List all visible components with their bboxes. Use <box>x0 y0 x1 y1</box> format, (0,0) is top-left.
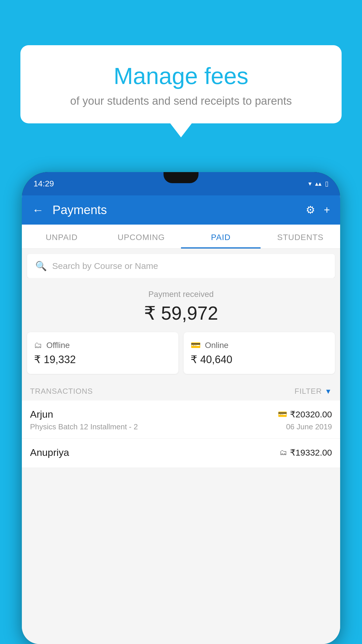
bubble-title: Manage fees <box>35 63 327 90</box>
online-card-type: Online <box>205 341 229 350</box>
transaction-item-anupriya[interactable]: Anupriya 🗂 ₹19332.00 <box>22 439 340 468</box>
transaction-item-arjun[interactable]: Arjun 💳 ₹20320.00 Physics Batch 12 Insta… <box>22 400 340 439</box>
screen-content: 🔍 Search by Course or Name Payment recei… <box>22 249 340 644</box>
back-button[interactable]: ← <box>32 204 44 217</box>
amount-row: 💳 ₹20320.00 <box>278 409 332 419</box>
payment-received-section: Payment received ₹ 59,972 <box>22 278 340 332</box>
app-header: ← Payments ⚙ + <box>22 195 340 225</box>
status-icons: ▾ ▴▴ ▯ <box>308 180 328 188</box>
filter-icon: ▼ <box>325 387 332 396</box>
tab-students[interactable]: STUDENTS <box>261 225 340 249</box>
tabs-bar: UNPAID UPCOMING PAID STUDENTS <box>22 225 340 249</box>
course-info: Physics Batch 12 Installment - 2 <box>30 422 138 431</box>
settings-icon[interactable]: ⚙ <box>306 204 315 216</box>
student-name-2: Anupriya <box>30 447 69 458</box>
filter-button[interactable]: FILTER ▼ <box>295 387 332 396</box>
battery-icon: ▯ <box>325 180 328 188</box>
header-icons: ⚙ + <box>306 204 330 216</box>
add-icon[interactable]: + <box>324 204 330 216</box>
student-name: Arjun <box>30 409 53 420</box>
search-bar[interactable]: 🔍 Search by Course or Name <box>27 254 335 278</box>
online-card-header: 💳 Online <box>191 340 328 350</box>
transaction-row2: Physics Batch 12 Installment - 2 06 June… <box>30 422 332 431</box>
amount-row-2: 🗂 ₹19332.00 <box>280 447 332 458</box>
offline-card-type: Offline <box>46 341 70 350</box>
offline-card-amount: ₹ 19,332 <box>34 354 171 366</box>
status-time: 14:29 <box>34 179 54 188</box>
online-card: 💳 Online ₹ 40,640 <box>184 332 335 374</box>
status-bar: 14:29 ▾ ▴▴ ▯ <box>22 172 340 195</box>
transaction-row1: Arjun 💳 ₹20320.00 <box>30 409 332 420</box>
offline-card: 🗂 Offline ₹ 19,332 <box>27 332 178 374</box>
speech-bubble: Manage fees of your students and send re… <box>20 45 342 123</box>
transaction-row1-2: Anupriya 🗂 ₹19332.00 <box>30 447 332 458</box>
tab-upcoming[interactable]: UPCOMING <box>101 225 181 249</box>
transaction-amount-2: ₹19332.00 <box>290 447 332 458</box>
phone-notch <box>164 172 198 183</box>
bubble-subtitle: of your students and send receipts to pa… <box>35 95 327 107</box>
payment-cards: 🗂 Offline ₹ 19,332 💳 Online ₹ 40,640 <box>22 332 340 381</box>
transaction-amount: ₹20320.00 <box>290 409 332 419</box>
online-payment-icon: 💳 <box>278 410 287 419</box>
date-info: 06 June 2019 <box>286 422 332 431</box>
page-title: Payments <box>52 203 297 217</box>
transactions-label: TRANSACTIONS <box>30 387 93 396</box>
phone-screen: ← Payments ⚙ + UNPAID UPCOMING PAID STUD… <box>22 195 340 644</box>
online-card-amount: ₹ 40,640 <box>191 354 328 366</box>
offline-card-icon: 🗂 <box>34 340 42 350</box>
offline-payment-icon: 🗂 <box>280 448 287 457</box>
wifi-icon: ▾ <box>308 180 312 188</box>
filter-label: FILTER <box>295 387 322 396</box>
payment-received-amount: ₹ 59,972 <box>28 302 334 324</box>
tab-unpaid[interactable]: UNPAID <box>22 225 101 249</box>
tab-paid[interactable]: PAID <box>181 225 261 249</box>
transactions-header: TRANSACTIONS FILTER ▼ <box>22 381 340 400</box>
phone-frame: 14:29 ▾ ▴▴ ▯ ← Payments ⚙ + UNPAID UPCOM… <box>22 172 340 644</box>
search-icon: 🔍 <box>35 260 47 272</box>
search-placeholder: Search by Course or Name <box>52 261 158 271</box>
signal-icon: ▴▴ <box>315 180 321 188</box>
payment-received-label: Payment received <box>28 290 334 299</box>
online-card-icon: 💳 <box>191 340 201 350</box>
offline-card-header: 🗂 Offline <box>34 340 171 350</box>
